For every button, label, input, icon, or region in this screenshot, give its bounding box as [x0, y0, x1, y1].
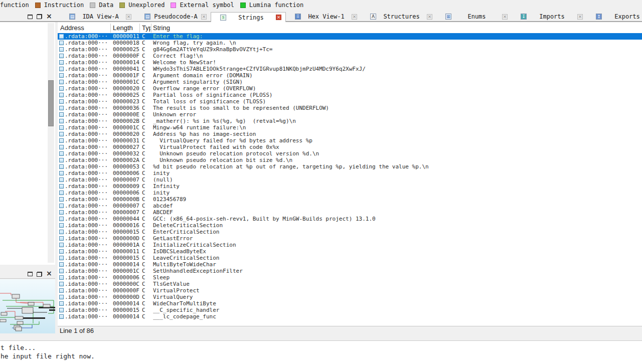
table-row[interactable]: .idata:000···00000014C___lc_codepage_fun… [58, 313, 642, 320]
close-tab-icon[interactable]: × [577, 14, 583, 20]
table-row[interactable]: .rdata:000···0000002AC Unknown pseudo re… [58, 157, 642, 163]
table-row[interactable]: .rdata:000···00000023CTotal loss of sign… [58, 98, 642, 105]
output-line: he input file right now. [1, 352, 642, 360]
table-row[interactable]: .rdata:000···00000007CABCDEF [58, 209, 642, 216]
close-tab-icon[interactable]: × [276, 15, 281, 20]
string-item-icon [59, 41, 64, 45]
close-tab-icon[interactable]: × [427, 14, 432, 20]
graph-overview-panel[interactable] [0, 279, 55, 333]
table-row[interactable]: .rdata:000···0000000BC0123456789 [58, 196, 642, 203]
table-row[interactable]: .rdata:000···00000044CGCC: (x86_64-posix… [58, 216, 642, 222]
string-item-icon [59, 243, 64, 247]
cell-address: .rdata:000··· [65, 79, 111, 85]
table-row[interactable]: .rdata:000···00000018CWrong flag, try ag… [58, 40, 642, 46]
cell-type: C [142, 176, 151, 183]
tab-pseudocode-a[interactable]: ▤Pseudocode-A× [135, 12, 211, 21]
cell-string: SetUnhandledExceptionFilter [153, 268, 642, 274]
scrollbar-track[interactable] [48, 23, 54, 263]
table-row[interactable]: .rdata:000···00000041CWHydo3sThiS7ABLE1O… [58, 66, 642, 72]
table-row[interactable]: .rdata:000···00000032C Unknown pseudo re… [58, 150, 642, 157]
table-row[interactable]: .rdata:000···0000001CCArgument singulari… [58, 79, 642, 85]
table-row[interactable]: .rdata:000···00000036CThe result is too … [58, 105, 642, 111]
legend-swatch-icon [90, 3, 95, 8]
table-row[interactable]: .rdata:000···00000025Cg84Gg6m2ATtVeYqUZ9… [58, 46, 642, 53]
table-row[interactable]: .rdata:000···00000007C(null) [58, 176, 642, 183]
close-tab-icon[interactable]: × [502, 14, 508, 20]
maximize-icon[interactable] [28, 272, 33, 276]
column-separator[interactable] [151, 24, 151, 33]
cell-address: .rdata:000··· [65, 118, 111, 124]
table-row[interactable]: .idata:000···00000006CSleep [58, 274, 642, 281]
cell-address: .rdata:000··· [65, 144, 111, 150]
tab-hex-view-1[interactable]: ⠿Hex View-1× [286, 12, 361, 21]
table-row[interactable]: .rdata:000···00000009CInfinity [58, 183, 642, 190]
table-row[interactable]: .rdata:000···00000020CAddress %p has no … [58, 131, 642, 137]
table-row[interactable]: .rdata:000···0000000ECUnknown error [58, 111, 642, 118]
string-item-icon [59, 282, 64, 286]
table-row[interactable]: .rdata:000···0000002BC_matherr(): %s in … [58, 118, 642, 124]
table-row[interactable]: .idata:000···00000011CIsDBCSLeadByteEx [58, 248, 642, 255]
cell-string: Enter the flag: [153, 33, 642, 40]
cell-string: Total loss of significance (TLOSS) [153, 98, 642, 105]
column-header-string[interactable]: String [153, 23, 642, 33]
graph-overview-canvas[interactable] [0, 279, 55, 333]
table-row[interactable]: .idata:000···0000000DCGetLastError [58, 235, 642, 242]
close-tab-icon[interactable]: × [352, 14, 357, 20]
close-icon[interactable] [46, 14, 52, 20]
table-row[interactable]: .rdata:000···00000053C%d bit pseudo relo… [58, 163, 642, 170]
table-row[interactable]: .rdata:000···0000001CCMingw-w64 runtime … [58, 124, 642, 131]
column-header-length[interactable]: Length [113, 23, 139, 33]
table-row[interactable]: .idata:000···00000015CLeaveCriticalSecti… [58, 255, 642, 261]
table-row[interactable]: .rdata:000···00000011CEnter the flag: [58, 33, 642, 40]
tab-label: Imports [530, 13, 574, 20]
cell-type: C [142, 105, 151, 111]
table-row[interactable]: .idata:000···0000000FCVirtualProtect [58, 287, 642, 294]
column-separator[interactable] [110, 24, 111, 33]
table-row[interactable]: .rdata:000···00000007Cabcdef [58, 203, 642, 209]
table-row[interactable]: .rdata:000···00000006Cinity [58, 190, 642, 196]
close-tab-icon[interactable]: × [201, 14, 207, 20]
tab-enums[interactable]: ⊞Enums× [436, 12, 512, 21]
restore-icon[interactable] [37, 272, 42, 277]
table-row[interactable]: .rdata:000···00000025CPartial loss of si… [58, 92, 642, 98]
table-row[interactable]: .rdata:000···0000000FCCorrect flag!\n [58, 53, 642, 59]
table-row[interactable]: .idata:000···0000001CCSetUnhandledExcept… [58, 268, 642, 274]
close-icon[interactable] [46, 271, 52, 277]
tab-imports[interactable]: ↧Imports× [512, 12, 587, 21]
cell-address: .rdata:000··· [65, 157, 111, 163]
imports-view-icon: ↧ [521, 14, 527, 20]
table-row[interactable]: .idata:000···0000001ACInitializeCritical… [58, 242, 642, 248]
table-row[interactable]: .idata:000···0000000CCTlsGetValue [58, 281, 642, 287]
cell-length: 00000015 [113, 307, 140, 313]
cell-length: 00000011 [113, 248, 140, 255]
close-tab-icon[interactable]: × [126, 14, 131, 20]
table-row[interactable]: .rdata:000···00000031C VirtualQuery fail… [58, 137, 642, 144]
cell-string: ABCDEF [153, 209, 642, 216]
maximize-icon[interactable] [28, 15, 33, 19]
horizontal-splitter[interactable] [0, 335, 642, 341]
table-row[interactable]: .idata:000···0000000DCVirtualQuery [58, 294, 642, 300]
scrollbar-thumb[interactable] [48, 80, 54, 126]
column-header-address[interactable]: Address [60, 23, 109, 33]
table-row[interactable]: .idata:000···00000014CWideCharToMultiByt… [58, 300, 642, 307]
column-separator[interactable] [139, 24, 140, 33]
table-row[interactable]: .rdata:000···00000027C VirtualProtect fa… [58, 144, 642, 150]
table-row[interactable]: .rdata:000···00000020COverflow range err… [58, 85, 642, 92]
table-row[interactable]: .rdata:000···00000006Cinity [58, 170, 642, 176]
tab-structures[interactable]: AStructures× [361, 12, 436, 21]
table-row[interactable]: .idata:000···00000014CMultiByteToWideCha… [58, 261, 642, 268]
table-row[interactable]: .rdata:000···00000014CWelcome to NewStar… [58, 59, 642, 66]
table-row[interactable]: .idata:000···00000015CEnterCriticalSecti… [58, 229, 642, 235]
string-item-icon [59, 164, 64, 169]
cell-address: .idata:000··· [65, 274, 111, 281]
output-window[interactable]: t file...he input file right now. [0, 341, 642, 364]
table-row[interactable]: .rdata:000···0000001FCArgument domain er… [58, 72, 642, 79]
table-row[interactable]: .idata:000···00000016CDeleteCriticalSect… [58, 222, 642, 229]
tab-ida-view-a[interactable]: ▤IDA View-A× [60, 12, 135, 21]
column-header-type[interactable]: Type [142, 23, 150, 33]
table-row[interactable]: .idata:000···00000015C__C_specific_handl… [58, 307, 642, 313]
tab-strings[interactable]: sStrings× [211, 12, 286, 22]
restore-icon[interactable] [37, 14, 42, 19]
tab-exports[interactable]: ↥Exports× [587, 12, 642, 21]
cell-type: C [142, 209, 151, 216]
